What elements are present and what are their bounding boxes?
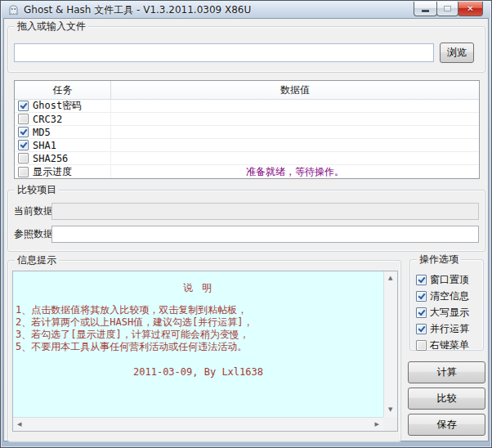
checkbox-window-on-top[interactable] — [416, 275, 427, 285]
info-textarea[interactable]: 说 明 1、点击数据值将其放入比较项，双击复制到粘帖板，2、若计算两个或以上HA… — [12, 271, 398, 432]
scroll-left-icon[interactable]: ◀ — [17, 422, 21, 428]
task-table: 任务 数据值 Ghost密码CRC32MD5SHA1SHA256显示进度准备就绪… — [14, 80, 480, 179]
column-header-value[interactable]: 数据值 — [111, 81, 479, 99]
task-value-cell[interactable] — [111, 126, 479, 138]
task-label: 显示进度 — [33, 165, 72, 179]
task-checkbox[interactable] — [18, 114, 29, 124]
compare-button[interactable]: 比较 — [408, 388, 485, 410]
info-line: 2、若计算两个或以上HASH值，建议勾选[并行运算]， — [13, 316, 383, 329]
reference-data-label: 参照数据 — [14, 226, 53, 243]
task-label: Ghost密码 — [33, 99, 82, 113]
info-line: 5、不要用本工具从事任何营利活动或任何违法活动。 — [13, 341, 383, 353]
task-cell: SHA256 — [15, 152, 111, 164]
close-icon: ✕ — [467, 4, 473, 13]
task-label: CRC32 — [33, 114, 62, 125]
table-row: Ghost密码 — [15, 100, 479, 113]
task-checkbox[interactable] — [18, 101, 29, 111]
task-cell: CRC32 — [15, 113, 111, 125]
compare-group-label: 比较项目 — [15, 184, 59, 195]
file-group-label: 拖入或输入文件 — [15, 20, 88, 32]
task-checkbox[interactable] — [18, 127, 29, 137]
info-line: 3、若勾选了[显示进度]，计算过程可能会稍为变慢， — [13, 329, 383, 341]
task-label: SHA1 — [33, 140, 56, 151]
option-label-clear-info: 清空信息 — [430, 289, 469, 303]
task-value-cell[interactable] — [111, 113, 479, 125]
app-icon — [7, 4, 20, 16]
reference-data-input[interactable] — [51, 226, 479, 243]
options-group-label: 操作选项 — [417, 253, 461, 265]
minimize-button[interactable] — [414, 2, 437, 16]
task-value-cell[interactable] — [111, 152, 479, 164]
maximize-button[interactable] — [436, 2, 458, 16]
task-checkbox[interactable] — [18, 153, 29, 164]
options-group: 操作选项 窗口置顶清空信息大写显示并行运算右键菜单 — [409, 259, 484, 351]
task-cell: MD5 — [15, 126, 111, 138]
info-content: 说 明 1、点击数据值将其放入比较项，双击复制到粘帖板，2、若计算两个或以上HA… — [13, 271, 383, 417]
info-group-label: 信息提示 — [15, 254, 59, 266]
option-row-context-menu: 右键菜单 — [416, 338, 469, 352]
task-label: SHA256 — [33, 153, 68, 164]
task-cell: Ghost密码 — [15, 100, 111, 112]
option-label-parallel: 并行运算 — [430, 322, 469, 336]
checkbox-uppercase[interactable] — [416, 307, 427, 318]
option-label-window-on-top: 窗口置顶 — [430, 273, 469, 287]
table-row: SHA1 — [15, 139, 479, 152]
horizontal-scrollbar[interactable]: ◀ ▶ — [13, 417, 383, 431]
window-title: Ghost & Hash 文件工具 - V1.3.2011.0309 X86U — [24, 2, 251, 18]
title-bar[interactable]: Ghost & Hash 文件工具 - V1.3.2011.0309 X86U … — [2, 2, 490, 18]
table-row: SHA256 — [15, 152, 479, 165]
checkbox-clear-info[interactable] — [416, 291, 427, 302]
info-heading: 说 明 — [13, 282, 383, 294]
checkbox-parallel[interactable] — [416, 324, 427, 334]
current-data-input[interactable] — [51, 203, 479, 220]
option-label-context-menu: 右键菜单 — [430, 338, 469, 352]
scroll-down-icon[interactable]: ▼ — [388, 407, 392, 413]
column-header-task[interactable]: 任务 — [15, 81, 111, 99]
option-row-clear-info: 清空信息 — [416, 289, 469, 302]
scroll-right-icon[interactable]: ▶ — [375, 422, 379, 428]
info-footer: 2011-03-09, By Lxl1638 — [13, 366, 383, 379]
table-row: MD5 — [15, 126, 479, 139]
current-data-label: 当前数据 — [14, 203, 53, 220]
scroll-up-icon[interactable]: ▲ — [388, 276, 392, 281]
option-row-parallel: 并行运算 — [416, 322, 469, 335]
task-cell: SHA1 — [15, 139, 111, 151]
table-header: 任务 数据值 — [15, 81, 479, 100]
vertical-scrollbar[interactable]: ▲ ▼ — [383, 271, 397, 417]
info-line: 1、点击数据值将其放入比较项，双击复制到粘帖板， — [13, 304, 383, 316]
browse-button[interactable]: 浏览 — [440, 43, 474, 63]
option-label-uppercase: 大写显示 — [430, 306, 469, 320]
option-row-window-on-top: 窗口置顶 — [416, 273, 469, 286]
calculate-button[interactable]: 计算 — [408, 361, 485, 383]
table-row: CRC32 — [15, 113, 479, 126]
task-value-cell[interactable]: 准备就绪，等待操作。 — [111, 165, 479, 178]
option-row-uppercase: 大写显示 — [416, 306, 469, 319]
task-label: MD5 — [33, 127, 51, 138]
task-checkbox[interactable] — [18, 167, 29, 177]
scrollbar-corner — [383, 417, 397, 431]
task-value-cell[interactable] — [111, 100, 479, 112]
task-value-cell[interactable] — [111, 139, 479, 151]
task-cell: 显示进度 — [15, 165, 111, 178]
task-checkbox[interactable] — [18, 140, 29, 150]
maximize-icon — [444, 6, 451, 11]
app-window: Ghost & Hash 文件工具 - V1.3.2011.0309 X86U … — [0, 0, 492, 448]
minimize-icon — [422, 10, 429, 12]
checkbox-context-menu[interactable] — [416, 340, 427, 351]
save-button[interactable]: 保存 — [408, 414, 485, 436]
file-path-input[interactable] — [14, 43, 434, 62]
close-button[interactable]: ✕ — [458, 2, 483, 16]
table-row: 显示进度准备就绪，等待操作。 — [15, 165, 479, 178]
caption-buttons: ✕ — [414, 2, 483, 16]
